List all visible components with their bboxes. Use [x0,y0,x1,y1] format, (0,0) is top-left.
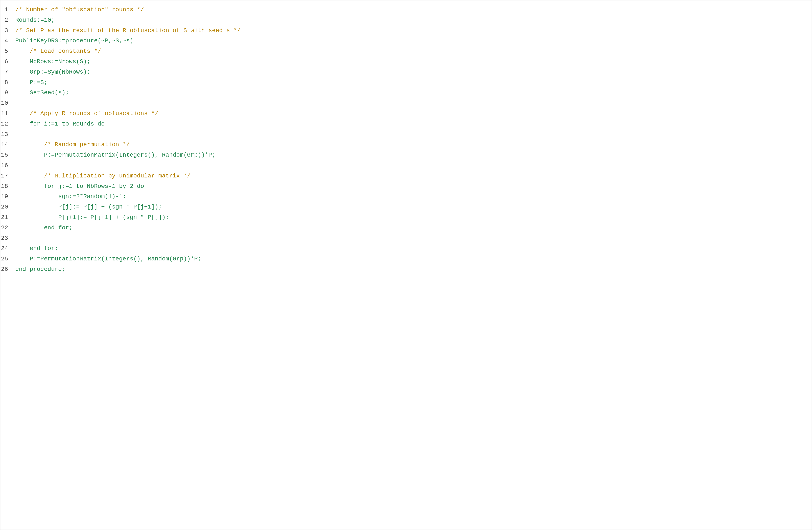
line-content: /* Multiplication by unimodular matrix *… [13,171,812,181]
code-line: 20 P[j]:= P[j] + (sgn * P[j+1]); [0,202,812,212]
code-line: 7 Grp:=Sym(NbRows); [0,67,812,77]
line-content: /* Random permutation */ [13,140,812,150]
code-token: /* Set P as the result of the R obfuscat… [15,27,241,34]
line-content: /* Apply R rounds of obfuscations */ [13,109,812,118]
code-token: 2 [126,183,137,190]
line-content: /* Number of "obfuscation" rounds */ [13,5,812,15]
line-content: NbRows:=Nrows(S); [13,57,812,67]
line-number: 3 [0,26,13,35]
line-content: end for; [13,244,812,253]
line-content: /* Load constants */ [13,47,812,56]
line-number: 11 [0,109,13,118]
code-token: for [30,121,40,127]
line-content: P:=PermutationMatrix(Integers(), Random(… [13,254,812,264]
line-content: for i:=1 to Rounds do [13,119,812,129]
code-token: Rounds [69,121,98,127]
code-line: 21 P[j+1]:= P[j+1] + (sgn * P[j]); [0,212,812,223]
code-container: 1/* Number of "obfuscation" rounds */2Ro… [0,0,812,530]
code-token: PublicKeyDRS:=procedure(~P,~S,~s) [15,38,133,44]
code-token: /* Apply R rounds of obfuscations */ [15,110,158,117]
line-number: 1 [0,5,13,15]
code-line: 18 for j:=1 to NbRows-1 by 2 do [0,181,812,192]
line-number: 8 [0,78,13,87]
line-content: PublicKeyDRS:=procedure(~P,~S,~s) [13,36,812,46]
code-token: /* Multiplication by unimodular matrix *… [15,173,190,179]
line-number: 13 [0,130,13,139]
code-token: ; [55,245,58,252]
code-token: P:=PermutationMatrix(Integers(), Random(… [15,152,216,158]
code-token: P[j+1]:= P[j+1] + (sgn * P[j]); [15,214,169,221]
code-line: 25 P:=PermutationMatrix(Integers(), Rand… [0,254,812,264]
code-line: 3/* Set P as the result of the R obfusca… [0,26,812,36]
code-token: P:=PermutationMatrix(Integers(), Random(… [15,255,201,262]
code-token: NbRows:=Nrows(S); [15,58,90,65]
code-line: 10 [0,98,812,108]
code-line: 23 [0,233,812,244]
code-token [15,183,44,190]
line-content: /* Set P as the result of the R obfuscat… [13,26,812,35]
code-line: 11 /* Apply R rounds of obfuscations */ [0,108,812,119]
code-line: 5 /* Load constants */ [0,46,812,57]
code-token: SetSeed(s); [15,89,69,96]
line-content: end procedure; [13,265,812,274]
line-number: 19 [0,192,13,202]
line-number: 22 [0,223,13,233]
line-number: 14 [0,140,13,150]
code-token: by [119,183,126,190]
line-number: 2 [0,16,13,25]
code-token: /* Number of "obfuscation" rounds */ [15,6,144,13]
code-token: P:=S; [15,79,47,86]
line-content: sgn:=2*Random(1)-1; [13,192,812,202]
code-token: ; [62,266,66,273]
code-token: i:=1 [41,121,62,127]
code-line: 14 /* Random permutation */ [0,139,812,150]
code-token [15,224,44,231]
code-token: Rounds:=10; [15,17,55,24]
line-content: Grp:=Sym(NbRows); [13,68,812,77]
code-token: j:=1 [55,183,76,190]
code-token: end for [30,245,55,252]
code-token: for [44,183,55,190]
line-content: P:=S; [13,78,812,87]
line-number: 23 [0,234,13,243]
line-content: P[j+1]:= P[j+1] + (sgn * P[j]); [13,213,812,222]
line-number: 18 [0,182,13,191]
line-number: 26 [0,265,13,274]
line-number: 10 [0,99,13,108]
code-line: 6 NbRows:=Nrows(S); [0,57,812,67]
code-line: 4PublicKeyDRS:=procedure(~P,~S,~s) [0,36,812,46]
line-content: end for; [13,223,812,233]
code-line: 15 P:=PermutationMatrix(Integers(), Rand… [0,150,812,160]
line-number: 25 [0,254,13,264]
code-token: do [137,183,144,190]
code-line: 8 P:=S; [0,77,812,88]
code-token: to [76,183,84,190]
code-token: /* Random permutation */ [15,141,130,148]
code-token: to [62,121,69,127]
code-line: 2Rounds:=10; [0,15,812,26]
code-token: ; [69,224,73,231]
code-token [15,245,30,252]
line-number: 24 [0,244,13,253]
code-line: 13 [0,129,812,140]
line-number: 15 [0,150,13,160]
code-line: 1/* Number of "obfuscation" rounds */ [0,5,812,15]
line-number: 17 [0,171,13,181]
code-line: 24 end for; [0,244,812,254]
line-number: 6 [0,57,13,67]
code-line: 12 for i:=1 to Rounds do [0,119,812,129]
line-content: Rounds:=10; [13,16,812,25]
line-content: for j:=1 to NbRows-1 by 2 do [13,182,812,191]
line-number: 21 [0,213,13,222]
code-token: NbRows-1 [83,183,119,190]
line-number: 4 [0,36,13,46]
line-number: 9 [0,88,13,98]
line-number: 7 [0,68,13,77]
code-token: /* Load constants */ [15,48,101,55]
code-line: 17 /* Multiplication by unimodular matri… [0,171,812,181]
code-token [15,121,30,127]
line-number: 16 [0,161,13,171]
code-line: 9 SetSeed(s); [0,88,812,98]
line-content: P:=PermutationMatrix(Integers(), Random(… [13,150,812,160]
line-content: SetSeed(s); [13,88,812,98]
